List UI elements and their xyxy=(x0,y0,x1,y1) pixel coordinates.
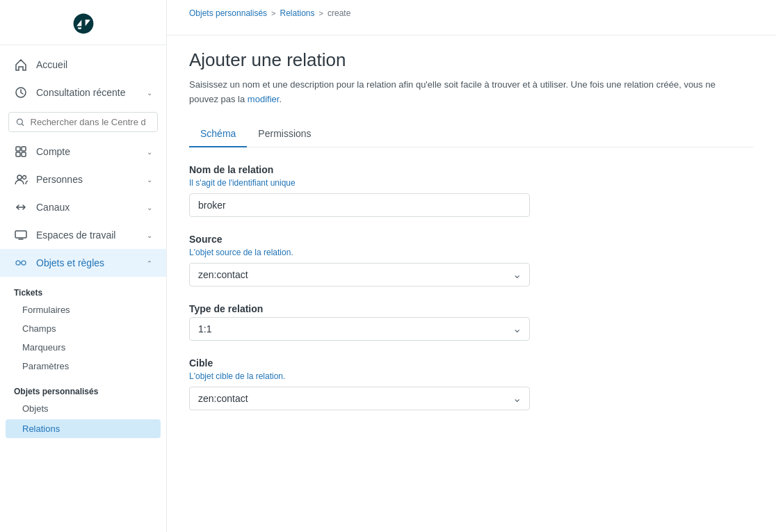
account-icon xyxy=(14,145,28,159)
sidebar-item-label: Canaux xyxy=(36,202,138,213)
sidebar-item-label: Objets et règles xyxy=(36,257,138,268)
sidebar-item-relations[interactable]: Relations xyxy=(6,419,161,438)
breadcrumb-relations[interactable]: Relations xyxy=(280,8,315,18)
channels-icon xyxy=(14,200,28,214)
svg-rect-4 xyxy=(16,152,20,156)
page-description: Saisissez un nom et une description pour… xyxy=(189,78,731,107)
logo xyxy=(0,0,166,45)
breadcrumb: Objets personnalisés > Relations > creat… xyxy=(189,8,754,18)
source-hint: L'objet source de la relation. xyxy=(189,248,631,257)
sidebar-item-marqueurs[interactable]: Marqueurs xyxy=(0,338,166,357)
sidebar-item-label: Consultation récente xyxy=(36,87,138,98)
sidebar-item-label: Espaces de travail xyxy=(36,229,138,241)
sidebar-item-accueil[interactable]: Accueil xyxy=(0,51,166,79)
chevron-up-icon: ⌄ xyxy=(147,259,152,267)
sidebar-item-label: Personnes xyxy=(36,174,138,185)
svg-rect-8 xyxy=(15,231,26,238)
form-group-cible: Cible L'objet cible de la relation. zen:… xyxy=(189,357,631,410)
form-group-relation-type: Type de relation 1:1 1:N N:N xyxy=(189,303,631,341)
relation-type-label: Type de relation xyxy=(189,303,631,314)
modifier-link[interactable]: modifier xyxy=(248,94,280,104)
tab-schema[interactable]: Schéma xyxy=(189,121,247,147)
page-title: Ajouter une relation xyxy=(189,49,754,71)
cible-select[interactable]: zen:contact zen:ticket zen:organization xyxy=(189,387,530,410)
search-icon xyxy=(16,118,25,127)
form-group-source: Source L'objet source de la relation. ze… xyxy=(189,234,631,287)
chevron-down-icon: ⌄ xyxy=(147,89,152,97)
breadcrumb-create: create xyxy=(328,8,350,18)
sidebar-item-espaces[interactable]: Espaces de travail ⌄ xyxy=(0,221,166,249)
relation-name-label: Nom de la relation xyxy=(189,164,631,175)
tickets-section-header: Tickets xyxy=(0,282,166,300)
workspace-icon xyxy=(14,228,28,242)
cible-hint: L'objet cible de la relation. xyxy=(189,371,631,381)
search-input[interactable] xyxy=(31,117,150,127)
chevron-down-icon: ⌄ xyxy=(147,148,152,156)
cible-select-wrapper: zen:contact zen:ticket zen:organization xyxy=(189,387,530,410)
objects-icon xyxy=(14,256,28,270)
sidebar-item-champs[interactable]: Champs xyxy=(0,319,166,338)
sidebar-item-consultation[interactable]: Consultation récente ⌄ xyxy=(0,79,166,106)
custom-objects-section-header: Objets personnalisés xyxy=(0,381,166,399)
relation-name-hint: Il s'agit de l'identifiant unique xyxy=(189,178,631,188)
sidebar-item-formulaires[interactable]: Formulaires xyxy=(0,300,166,319)
tab-permissions[interactable]: Permissions xyxy=(247,121,322,147)
sidebar-item-canaux[interactable]: Canaux ⌄ xyxy=(0,193,166,221)
sidebar-item-label: Compte xyxy=(36,146,138,157)
sidebar-item-compte[interactable]: Compte ⌄ xyxy=(0,138,166,166)
breadcrumb-sep-1: > xyxy=(271,9,275,17)
source-select[interactable]: zen:contact zen:ticket zen:organization xyxy=(189,263,530,287)
chevron-down-icon: ⌄ xyxy=(147,204,152,211)
top-bar: Objets personnalisés > Relations > creat… xyxy=(167,0,776,35)
sidebar: Accueil Consultation récente ⌄ Compte ⌄ … xyxy=(0,0,167,532)
svg-rect-2 xyxy=(16,147,20,151)
sidebar-item-label: Accueil xyxy=(36,59,152,70)
sidebar-item-objets[interactable]: Objets et règles ⌄ xyxy=(0,249,166,277)
search-box[interactable] xyxy=(8,112,158,132)
sidebar-item-parametres[interactable]: Paramètres xyxy=(0,357,166,376)
home-icon xyxy=(14,58,28,72)
cible-label: Cible xyxy=(189,357,631,369)
page-header: Ajouter une relation Saisissez un nom et… xyxy=(167,35,776,107)
breadcrumb-objets-personnalises[interactable]: Objets personnalisés xyxy=(189,8,267,18)
relation-type-select-wrapper: 1:1 1:N N:N xyxy=(189,317,530,341)
relation-type-select[interactable]: 1:1 1:N N:N xyxy=(189,317,530,341)
svg-point-7 xyxy=(23,176,26,179)
sidebar-navigation: Accueil Consultation récente ⌄ Compte ⌄ … xyxy=(0,45,166,532)
form-group-relation-name: Nom de la relation Il s'agit de l'identi… xyxy=(189,164,631,217)
svg-point-9 xyxy=(16,261,20,265)
clock-icon xyxy=(14,86,28,99)
form-area: Nom de la relation Il s'agit de l'identi… xyxy=(167,147,654,444)
sidebar-item-objets-item[interactable]: Objets xyxy=(0,399,166,418)
source-label: Source xyxy=(189,234,631,245)
main-content: Objets personnalisés > Relations > creat… xyxy=(167,0,776,532)
chevron-down-icon: ⌄ xyxy=(147,232,152,239)
sidebar-item-personnes[interactable]: Personnes ⌄ xyxy=(0,166,166,193)
zendesk-logo xyxy=(71,11,96,36)
svg-rect-5 xyxy=(22,152,26,156)
breadcrumb-sep-2: > xyxy=(319,9,323,17)
svg-rect-3 xyxy=(22,147,26,151)
svg-point-6 xyxy=(17,175,22,179)
chevron-down-icon: ⌄ xyxy=(147,176,152,184)
relation-name-input[interactable] xyxy=(189,193,530,217)
svg-point-10 xyxy=(22,261,26,265)
people-icon xyxy=(14,172,28,186)
source-select-wrapper: zen:contact zen:ticket zen:organization xyxy=(189,263,530,287)
tabs-bar: Schéma Permissions xyxy=(189,121,754,147)
